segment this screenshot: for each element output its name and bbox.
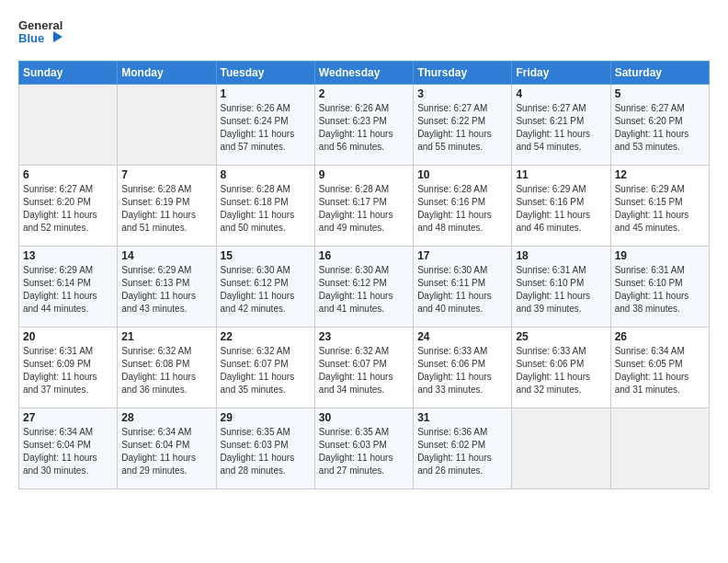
- day-number: 30: [319, 411, 409, 424]
- calendar-cell: 31Sunrise: 6:36 AM Sunset: 6:02 PM Dayli…: [414, 408, 512, 489]
- week-row-3: 13Sunrise: 6:29 AM Sunset: 6:14 PM Dayli…: [19, 247, 710, 327]
- weekday-header-saturday: Saturday: [610, 62, 709, 85]
- day-info: Sunrise: 6:28 AM Sunset: 6:16 PM Dayligh…: [417, 183, 507, 235]
- day-number: 27: [23, 411, 113, 424]
- calendar-cell: 29Sunrise: 6:35 AM Sunset: 6:03 PM Dayli…: [216, 408, 314, 489]
- calendar-cell: 24Sunrise: 6:33 AM Sunset: 6:06 PM Dayli…: [414, 327, 512, 408]
- svg-text:General: General: [18, 18, 63, 32]
- svg-marker-2: [53, 31, 63, 42]
- day-info: Sunrise: 6:34 AM Sunset: 6:04 PM Dayligh…: [23, 426, 113, 477]
- weekday-header-monday: Monday: [118, 62, 216, 85]
- calendar-cell: [512, 408, 610, 489]
- day-info: Sunrise: 6:34 AM Sunset: 6:05 PM Dayligh…: [615, 345, 705, 396]
- day-info: Sunrise: 6:29 AM Sunset: 6:16 PM Dayligh…: [516, 183, 606, 235]
- day-info: Sunrise: 6:32 AM Sunset: 6:07 PM Dayligh…: [221, 345, 311, 396]
- weekday-header-row: SundayMondayTuesdayWednesdayThursdayFrid…: [19, 62, 710, 85]
- calendar-table: SundayMondayTuesdayWednesdayThursdayFrid…: [18, 61, 710, 489]
- day-info: Sunrise: 6:27 AM Sunset: 6:20 PM Dayligh…: [23, 183, 113, 235]
- weekday-header-wednesday: Wednesday: [314, 62, 413, 85]
- day-number: 2: [319, 87, 409, 100]
- day-number: 29: [221, 411, 311, 424]
- calendar-cell: 4Sunrise: 6:27 AM Sunset: 6:21 PM Daylig…: [512, 85, 610, 166]
- day-number: 9: [319, 168, 409, 181]
- calendar-cell: 7Sunrise: 6:28 AM Sunset: 6:19 PM Daylig…: [118, 166, 216, 247]
- calendar-cell: 22Sunrise: 6:32 AM Sunset: 6:07 PM Dayli…: [216, 327, 314, 408]
- day-number: 10: [417, 168, 507, 181]
- day-number: 16: [319, 249, 409, 262]
- day-info: Sunrise: 6:29 AM Sunset: 6:14 PM Dayligh…: [23, 264, 113, 316]
- day-info: Sunrise: 6:33 AM Sunset: 6:06 PM Dayligh…: [516, 345, 606, 396]
- day-number: 7: [121, 168, 211, 181]
- day-info: Sunrise: 6:35 AM Sunset: 6:03 PM Dayligh…: [319, 426, 409, 477]
- day-info: Sunrise: 6:31 AM Sunset: 6:10 PM Dayligh…: [516, 264, 606, 316]
- day-number: 5: [615, 87, 705, 100]
- day-info: Sunrise: 6:34 AM Sunset: 6:04 PM Dayligh…: [121, 426, 211, 477]
- day-info: Sunrise: 6:35 AM Sunset: 6:03 PM Dayligh…: [221, 426, 311, 477]
- calendar-cell: 13Sunrise: 6:29 AM Sunset: 6:14 PM Dayli…: [19, 247, 118, 327]
- calendar-cell: 17Sunrise: 6:30 AM Sunset: 6:11 PM Dayli…: [414, 247, 512, 327]
- svg-text:Blue: Blue: [18, 31, 44, 45]
- weekday-header-thursday: Thursday: [414, 62, 512, 85]
- calendar-cell: 6Sunrise: 6:27 AM Sunset: 6:20 PM Daylig…: [19, 166, 118, 247]
- calendar-cell: 10Sunrise: 6:28 AM Sunset: 6:16 PM Dayli…: [414, 166, 512, 247]
- day-number: 18: [516, 249, 606, 262]
- calendar-cell: 30Sunrise: 6:35 AM Sunset: 6:03 PM Dayli…: [314, 408, 413, 489]
- calendar-cell: [19, 85, 118, 166]
- day-info: Sunrise: 6:27 AM Sunset: 6:20 PM Dayligh…: [615, 102, 705, 154]
- week-row-5: 27Sunrise: 6:34 AM Sunset: 6:04 PM Dayli…: [19, 408, 710, 489]
- day-number: 12: [615, 168, 705, 181]
- day-number: 19: [615, 249, 705, 262]
- calendar-cell: 12Sunrise: 6:29 AM Sunset: 6:15 PM Dayli…: [610, 166, 709, 247]
- day-info: Sunrise: 6:28 AM Sunset: 6:17 PM Dayligh…: [319, 183, 409, 235]
- calendar-cell: 20Sunrise: 6:31 AM Sunset: 6:09 PM Dayli…: [19, 327, 118, 408]
- calendar-cell: 11Sunrise: 6:29 AM Sunset: 6:16 PM Dayli…: [512, 166, 610, 247]
- day-info: Sunrise: 6:31 AM Sunset: 6:09 PM Dayligh…: [23, 345, 113, 396]
- calendar-cell: [118, 85, 216, 166]
- calendar-cell: 26Sunrise: 6:34 AM Sunset: 6:05 PM Dayli…: [610, 327, 709, 408]
- day-number: 31: [417, 411, 507, 424]
- calendar-cell: 25Sunrise: 6:33 AM Sunset: 6:06 PM Dayli…: [512, 327, 610, 408]
- calendar-cell: [610, 408, 709, 489]
- day-info: Sunrise: 6:32 AM Sunset: 6:08 PM Dayligh…: [121, 345, 211, 396]
- day-info: Sunrise: 6:26 AM Sunset: 6:23 PM Dayligh…: [319, 102, 409, 154]
- day-info: Sunrise: 6:26 AM Sunset: 6:24 PM Dayligh…: [221, 102, 311, 154]
- calendar-cell: 18Sunrise: 6:31 AM Sunset: 6:10 PM Dayli…: [512, 247, 610, 327]
- day-number: 8: [221, 168, 311, 181]
- calendar-cell: 8Sunrise: 6:28 AM Sunset: 6:18 PM Daylig…: [216, 166, 314, 247]
- calendar-cell: 14Sunrise: 6:29 AM Sunset: 6:13 PM Dayli…: [118, 247, 216, 327]
- calendar-cell: 2Sunrise: 6:26 AM Sunset: 6:23 PM Daylig…: [314, 85, 413, 166]
- calendar-cell: 19Sunrise: 6:31 AM Sunset: 6:10 PM Dayli…: [610, 247, 709, 327]
- calendar-cell: 5Sunrise: 6:27 AM Sunset: 6:20 PM Daylig…: [610, 85, 709, 166]
- day-number: 28: [121, 411, 211, 424]
- day-info: Sunrise: 6:30 AM Sunset: 6:12 PM Dayligh…: [221, 264, 311, 316]
- weekday-header-tuesday: Tuesday: [216, 62, 314, 85]
- day-info: Sunrise: 6:28 AM Sunset: 6:19 PM Dayligh…: [121, 183, 211, 235]
- day-info: Sunrise: 6:30 AM Sunset: 6:11 PM Dayligh…: [417, 264, 507, 316]
- day-info: Sunrise: 6:30 AM Sunset: 6:12 PM Dayligh…: [319, 264, 409, 316]
- day-number: 21: [121, 330, 211, 343]
- day-info: Sunrise: 6:31 AM Sunset: 6:10 PM Dayligh…: [615, 264, 705, 316]
- day-info: Sunrise: 6:27 AM Sunset: 6:22 PM Dayligh…: [417, 102, 507, 154]
- day-number: 4: [516, 87, 606, 100]
- calendar-cell: 16Sunrise: 6:30 AM Sunset: 6:12 PM Dayli…: [314, 247, 413, 327]
- calendar-cell: 1Sunrise: 6:26 AM Sunset: 6:24 PM Daylig…: [216, 85, 314, 166]
- day-info: Sunrise: 6:29 AM Sunset: 6:13 PM Dayligh…: [121, 264, 211, 316]
- calendar-page: General Blue SundayMondayTuesdayWednesda…: [0, 0, 728, 563]
- day-number: 13: [23, 249, 113, 262]
- day-info: Sunrise: 6:33 AM Sunset: 6:06 PM Dayligh…: [417, 345, 507, 396]
- day-number: 26: [615, 330, 705, 343]
- calendar-cell: 27Sunrise: 6:34 AM Sunset: 6:04 PM Dayli…: [19, 408, 118, 489]
- day-info: Sunrise: 6:28 AM Sunset: 6:18 PM Dayligh…: [221, 183, 311, 235]
- calendar-cell: 21Sunrise: 6:32 AM Sunset: 6:08 PM Dayli…: [118, 327, 216, 408]
- day-number: 22: [221, 330, 311, 343]
- weekday-header-friday: Friday: [512, 62, 610, 85]
- day-number: 25: [516, 330, 606, 343]
- calendar-cell: 28Sunrise: 6:34 AM Sunset: 6:04 PM Dayli…: [118, 408, 216, 489]
- day-number: 11: [516, 168, 606, 181]
- logo: General Blue: [18, 15, 63, 52]
- day-number: 14: [121, 249, 211, 262]
- logo-icon: General Blue: [18, 15, 63, 52]
- calendar-cell: 9Sunrise: 6:28 AM Sunset: 6:17 PM Daylig…: [314, 166, 413, 247]
- day-info: Sunrise: 6:29 AM Sunset: 6:15 PM Dayligh…: [615, 183, 705, 235]
- day-number: 24: [417, 330, 507, 343]
